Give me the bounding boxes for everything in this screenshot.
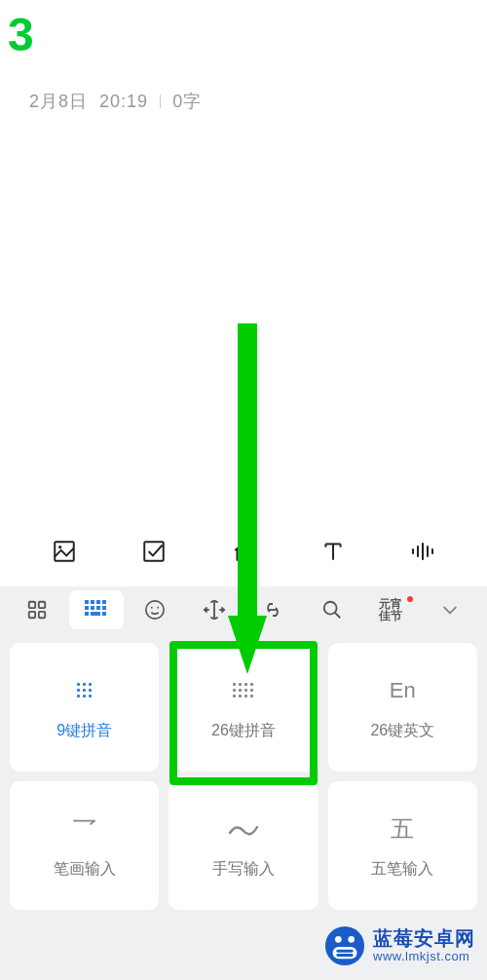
svg-rect-14 xyxy=(29,612,35,618)
svg-rect-22 xyxy=(96,606,100,610)
layout-26key-pinyin[interactable]: 26键拼音 xyxy=(169,643,318,772)
svg-rect-26 xyxy=(102,612,106,616)
svg-rect-34 xyxy=(238,323,257,625)
svg-rect-19 xyxy=(102,600,106,604)
svg-rect-2 xyxy=(144,542,164,561)
layout-grid: 9键拼音 26键拼音 En 26键英文 乛 笔画输入 xyxy=(0,633,487,920)
watermark: 蓝莓安卓网 www.lmkjst.com xyxy=(324,925,475,966)
svg-rect-18 xyxy=(96,600,100,604)
layout-label: 手写输入 xyxy=(212,859,275,880)
editor-toolbar xyxy=(0,525,487,578)
layout-bihua[interactable]: 乛 笔画输入 xyxy=(10,781,159,910)
festival-icon[interactable]: 元宵 佳节 xyxy=(363,590,419,629)
svg-rect-24 xyxy=(85,612,89,616)
svg-rect-20 xyxy=(85,606,89,610)
search-icon[interactable] xyxy=(305,590,360,629)
layout-label: 26键拼音 xyxy=(211,721,276,741)
svg-rect-40 xyxy=(336,950,353,953)
layout-label: 9键拼音 xyxy=(56,721,112,741)
watermark-url: www.lmkjst.com xyxy=(373,950,475,964)
layout-9key-pinyin[interactable]: 9键拼音 xyxy=(10,643,159,772)
svg-rect-15 xyxy=(39,612,45,618)
checkbox-icon[interactable] xyxy=(140,538,168,565)
ime-toolbar: 元宵 佳节 xyxy=(0,586,487,633)
svg-point-29 xyxy=(158,607,160,609)
svg-point-28 xyxy=(151,607,153,609)
layout-label: 五笔输入 xyxy=(371,859,433,880)
watermark-logo-icon xyxy=(324,925,365,966)
svg-line-33 xyxy=(335,613,341,619)
svg-rect-41 xyxy=(336,954,353,957)
svg-rect-39 xyxy=(333,947,357,959)
chevron-down-icon[interactable] xyxy=(423,590,478,629)
watermark-title: 蓝莓安卓网 xyxy=(373,927,475,950)
svg-point-27 xyxy=(146,601,164,619)
note-meta: 2月8日 20:19 0字 xyxy=(29,90,202,113)
svg-rect-25 xyxy=(91,612,100,616)
note-date: 2月8日 xyxy=(29,92,88,111)
svg-rect-16 xyxy=(85,600,89,604)
link-icon[interactable] xyxy=(245,590,301,629)
ime-panel: 元宵 佳节 9键拼音 26键拼音 En xyxy=(0,586,487,980)
note-wordcount: 0字 xyxy=(172,92,202,111)
svg-rect-17 xyxy=(91,600,94,604)
svg-point-36 xyxy=(325,926,364,965)
cursor-icon[interactable] xyxy=(187,590,243,629)
en-icon: En xyxy=(390,674,416,707)
svg-rect-21 xyxy=(91,606,94,610)
layout-label: 26键英文 xyxy=(370,721,434,741)
voice-icon[interactable] xyxy=(409,538,436,565)
layout-wubi[interactable]: 五 五笔输入 xyxy=(328,781,477,910)
svg-point-37 xyxy=(335,936,342,943)
note-time: 20:19 xyxy=(99,92,148,111)
wu-icon: 五 xyxy=(391,812,414,846)
layout-handwrite[interactable]: 手写输入 xyxy=(169,781,318,910)
step-badge: 3 xyxy=(8,8,34,61)
notification-dot xyxy=(407,596,413,602)
svg-rect-23 xyxy=(102,606,106,610)
twelve-dots-icon xyxy=(233,674,253,707)
wave-icon xyxy=(227,812,260,846)
svg-point-1 xyxy=(58,546,61,548)
festival-line2: 佳节 xyxy=(379,610,402,622)
layout-26key-english[interactable]: En 26键英文 xyxy=(328,643,477,772)
keyboard-icon[interactable] xyxy=(69,590,125,629)
emoji-icon[interactable] xyxy=(128,590,183,629)
home-icon[interactable] xyxy=(230,538,257,565)
stroke-icon: 乛 xyxy=(73,812,96,846)
nine-dots-icon xyxy=(77,674,92,707)
text-icon[interactable] xyxy=(319,538,347,565)
apps-icon[interactable] xyxy=(10,590,65,629)
svg-point-38 xyxy=(348,936,355,943)
svg-rect-12 xyxy=(29,602,35,608)
image-icon[interactable] xyxy=(51,538,78,565)
svg-point-32 xyxy=(324,602,337,615)
svg-rect-13 xyxy=(39,602,45,608)
layout-label: 笔画输入 xyxy=(54,859,116,880)
